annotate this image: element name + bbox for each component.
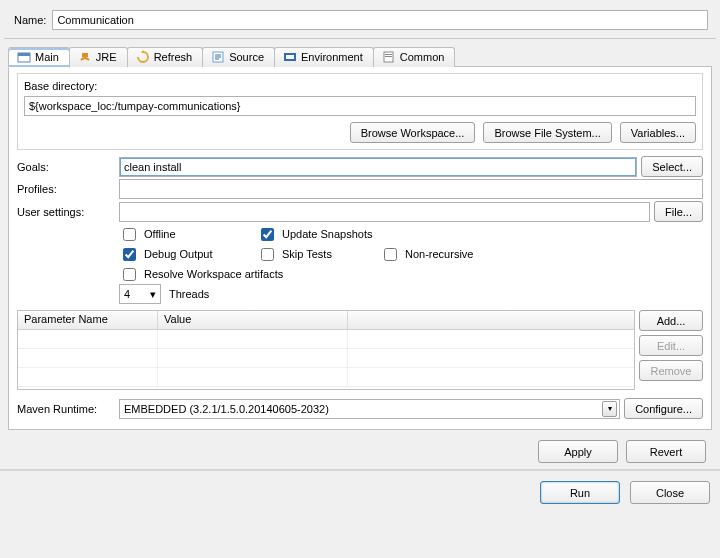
run-button[interactable]: Run <box>540 481 620 504</box>
non-recursive-checkbox[interactable]: Non-recursive <box>380 245 473 264</box>
resolve-workspace-checkbox[interactable]: Resolve Workspace artifacts <box>119 265 283 284</box>
param-add-button[interactable]: Add... <box>639 310 703 331</box>
usersettings-input[interactable] <box>119 202 650 222</box>
profiles-input[interactable] <box>119 179 703 199</box>
source-icon <box>211 50 225 64</box>
browse-filesystem-button[interactable]: Browse File System... <box>483 122 611 143</box>
revert-button[interactable]: Revert <box>626 440 706 463</box>
tab-common[interactable]: Common <box>373 47 456 67</box>
runtime-label: Maven Runtime: <box>17 403 113 415</box>
usersettings-label: User settings: <box>17 206 113 218</box>
goals-input[interactable] <box>119 157 637 177</box>
tab-refresh[interactable]: Refresh <box>127 47 204 67</box>
runtime-configure-button[interactable]: Configure... <box>624 398 703 419</box>
runtime-combo[interactable]: EMBEDDED (3.2.1/1.5.0.20140605-2032) ▾ <box>119 399 620 419</box>
threads-dropdown-icon[interactable]: ▾ <box>146 288 160 301</box>
debug-output-checkbox[interactable]: Debug Output <box>119 245 229 264</box>
environment-icon <box>283 50 297 64</box>
threads-spinner[interactable]: ▾ <box>119 284 161 304</box>
param-edit-button[interactable]: Edit... <box>639 335 703 356</box>
tab-refresh-label: Refresh <box>154 51 193 63</box>
svg-rect-2 <box>82 53 88 57</box>
profiles-label: Profiles: <box>17 183 113 195</box>
runtime-value: EMBEDDED (3.2.1/1.5.0.20140605-2032) <box>124 403 329 415</box>
goals-select-button[interactable]: Select... <box>641 156 703 177</box>
tab-main-label: Main <box>35 51 59 63</box>
dropdown-arrow-icon: ▾ <box>602 401 617 417</box>
svg-rect-1 <box>18 53 30 56</box>
threads-value[interactable] <box>120 285 146 303</box>
usersettings-file-button[interactable]: File... <box>654 201 703 222</box>
col-parameter-name[interactable]: Parameter Name <box>18 311 158 329</box>
jre-icon <box>78 50 92 64</box>
parameters-table[interactable]: Parameter Name Value <box>17 310 635 390</box>
config-tabs: Main JRE Refresh Source Environment <box>8 45 712 67</box>
name-label: Name: <box>14 14 46 26</box>
refresh-icon <box>136 50 150 64</box>
update-snapshots-checkbox[interactable]: Update Snapshots <box>257 225 373 244</box>
name-input[interactable] <box>52 10 708 30</box>
table-row[interactable] <box>18 368 634 387</box>
main-icon <box>17 50 31 64</box>
browse-workspace-button[interactable]: Browse Workspace... <box>350 122 476 143</box>
svg-rect-7 <box>385 54 392 55</box>
tab-source-label: Source <box>229 51 264 63</box>
tab-environment[interactable]: Environment <box>274 47 374 67</box>
tab-common-label: Common <box>400 51 445 63</box>
close-button[interactable]: Close <box>630 481 710 504</box>
threads-label: Threads <box>169 288 209 300</box>
skip-tests-checkbox[interactable]: Skip Tests <box>257 245 352 264</box>
table-row[interactable] <box>18 330 634 349</box>
tab-main[interactable]: Main <box>8 47 70 68</box>
basedir-label: Base directory: <box>24 80 696 92</box>
tab-jre-label: JRE <box>96 51 117 63</box>
svg-rect-5 <box>286 55 294 59</box>
offline-checkbox[interactable]: Offline <box>119 225 229 244</box>
col-value[interactable]: Value <box>158 311 348 329</box>
apply-button[interactable]: Apply <box>538 440 618 463</box>
param-remove-button[interactable]: Remove <box>639 360 703 381</box>
variables-button[interactable]: Variables... <box>620 122 696 143</box>
goals-label: Goals: <box>17 161 113 173</box>
table-row[interactable] <box>18 349 634 368</box>
basedir-input[interactable] <box>24 96 696 116</box>
svg-rect-8 <box>385 56 392 57</box>
tab-environment-label: Environment <box>301 51 363 63</box>
tab-source[interactable]: Source <box>202 47 275 67</box>
common-icon <box>382 50 396 64</box>
tab-jre[interactable]: JRE <box>69 47 128 67</box>
